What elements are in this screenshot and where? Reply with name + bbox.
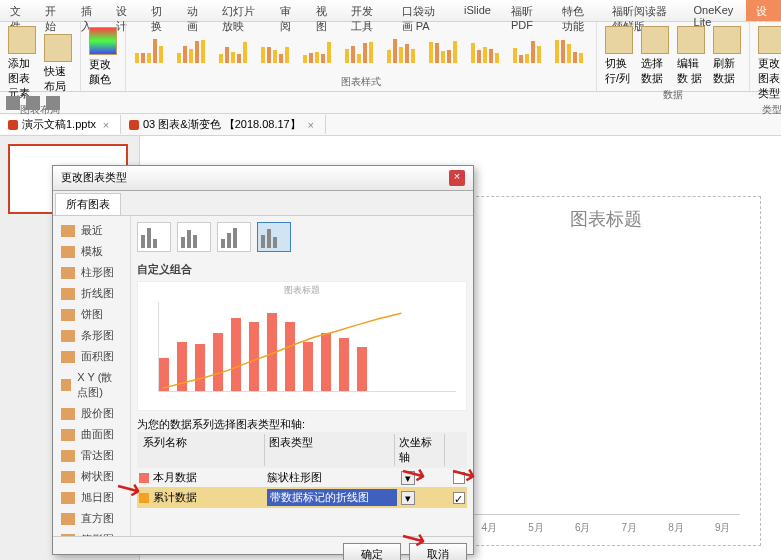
edit-data-button[interactable]: 编辑数 据 — [675, 24, 707, 88]
chart-type-item[interactable]: X Y (散点图) — [57, 367, 126, 403]
chart-style-option[interactable] — [300, 34, 338, 66]
select-data-button[interactable]: 选择数据 — [639, 24, 671, 88]
add-chart-element-button[interactable]: 添加图表 元素 — [6, 24, 38, 103]
chart-style-gallery[interactable] — [132, 24, 590, 75]
chart-style-option[interactable] — [258, 34, 296, 66]
menu-tab[interactable]: 口袋动画 PA — [392, 0, 454, 21]
menu-tab[interactable]: 福昕阅读器领鲜版 — [602, 0, 683, 21]
menu-tab[interactable]: 设计 — [746, 0, 781, 21]
menu-tab[interactable]: 审阅 — [270, 0, 305, 21]
chart-type-item[interactable]: 旭日图 — [57, 487, 126, 508]
redo-icon[interactable] — [46, 96, 60, 110]
chart-type-item[interactable]: 直方图 — [57, 508, 126, 529]
close-icon[interactable]: × — [100, 119, 112, 131]
chart-style-option[interactable] — [132, 34, 170, 66]
preview-title: 图表标题 — [138, 282, 466, 299]
secondary-axis-checkbox[interactable]: ✓ — [453, 492, 465, 504]
subtype-gallery — [137, 222, 467, 252]
chart-style-option[interactable] — [216, 34, 254, 66]
chart-type-list: 最近模板柱形图折线图饼图条形图面积图X Y (散点图)股价图曲面图雷达图树状图旭… — [53, 216, 131, 536]
document-tab[interactable]: 03 图表&渐变色 【2018.08.17】× — [121, 115, 326, 134]
menu-tab[interactable]: 设计 — [106, 0, 141, 21]
chart-object[interactable]: 图表标题 4月5月6月7月8月9月 — [451, 196, 761, 546]
menu-tab[interactable]: 开发工具 — [341, 0, 392, 21]
switch-row-col-button[interactable]: 切换行/列 — [603, 24, 635, 88]
series-header: 系列名称 图表类型 次坐标轴 — [137, 432, 467, 468]
group-label: 数据 — [603, 88, 743, 102]
subtype-option[interactable] — [177, 222, 211, 252]
chart-type-item[interactable]: 最近 — [57, 220, 126, 241]
undo-icon[interactable] — [26, 96, 40, 110]
menu-tab[interactable]: iSlide — [454, 0, 501, 21]
menu-tab[interactable]: 插入 — [71, 0, 106, 21]
chart-type-item[interactable]: 折线图 — [57, 283, 126, 304]
dialog-title-text: 更改图表类型 — [61, 170, 127, 186]
chart-type-item[interactable]: 模板 — [57, 241, 126, 262]
subtype-option[interactable] — [137, 222, 171, 252]
menu-tab[interactable]: 文件 — [0, 0, 35, 21]
save-icon[interactable] — [6, 96, 20, 110]
chart-type-item[interactable]: 曲面图 — [57, 424, 126, 445]
menu-tab[interactable]: 福昕PDF — [501, 0, 552, 21]
close-icon[interactable]: × — [449, 170, 465, 186]
close-icon[interactable]: × — [305, 119, 317, 131]
subtype-option[interactable] — [257, 222, 291, 252]
chart-type-item[interactable]: 条形图 — [57, 325, 126, 346]
series-row[interactable]: 本月数据簇状柱形图▾ — [137, 468, 467, 487]
chart-type-item[interactable]: 饼图 — [57, 304, 126, 325]
group-label: 类型 — [756, 103, 781, 117]
dialog-titlebar[interactable]: 更改图表类型 × — [53, 166, 473, 191]
menu-tab[interactable]: 切换 — [141, 0, 176, 21]
ribbon: 添加图表 元素 快速布局 图表布局 更改 颜色 图表样式 切换行/列 选择数据 … — [0, 22, 781, 92]
combo-preview: 图表标题 — [137, 281, 467, 411]
chart-style-option[interactable] — [468, 34, 506, 66]
chart-type-item[interactable]: 面积图 — [57, 346, 126, 367]
chart-style-option[interactable] — [510, 34, 548, 66]
menu-tab[interactable]: 特色功能 — [552, 0, 603, 21]
section-title: 自定义组合 — [137, 262, 467, 277]
chart-type-item[interactable]: 股价图 — [57, 403, 126, 424]
menu-tab[interactable]: 视图 — [306, 0, 341, 21]
secondary-axis-checkbox[interactable] — [453, 472, 465, 484]
chart-type-item[interactable]: 树状图 — [57, 466, 126, 487]
chart-style-option[interactable] — [384, 34, 422, 66]
chart-title: 图表标题 — [452, 197, 760, 241]
change-chart-type-button[interactable]: 更改 图表类型 — [756, 24, 781, 103]
group-label: 图表样式 — [132, 75, 590, 89]
chart-type-item[interactable]: 雷达图 — [57, 445, 126, 466]
refresh-data-button[interactable]: 刷新数据 — [711, 24, 743, 88]
subtype-option[interactable] — [217, 222, 251, 252]
menu-tab[interactable]: 开始 — [35, 0, 70, 21]
chart-type-item[interactable]: 箱形图 — [57, 529, 126, 536]
menu-tab[interactable]: 幻灯片放映 — [212, 0, 270, 21]
chevron-down-icon[interactable]: ▾ — [401, 471, 415, 485]
ok-button[interactable]: 确定 — [343, 543, 401, 560]
chart-style-option[interactable] — [552, 34, 590, 66]
chart-style-option[interactable] — [342, 34, 380, 66]
menu-tabs: 文件开始插入设计切换动画幻灯片放映审阅视图开发工具口袋动画 PAiSlide福昕… — [0, 0, 781, 22]
chart-style-option[interactable] — [174, 34, 212, 66]
menu-tab[interactable]: OneKey Lite — [684, 0, 746, 21]
change-colors-button[interactable]: 更改 颜色 — [87, 25, 119, 89]
menu-tab[interactable]: 动画 — [177, 0, 212, 21]
series-row[interactable]: 累计数据带数据标记的折线图▾✓ — [137, 487, 467, 508]
change-chart-type-dialog: 更改图表类型 × 所有图表 最近模板柱形图折线图饼图条形图面积图X Y (散点图… — [52, 165, 474, 555]
series-prompt: 为您的数据系列选择图表类型和轴: — [137, 417, 467, 432]
chart-type-item[interactable]: 柱形图 — [57, 262, 126, 283]
cancel-button[interactable]: 取消 — [409, 543, 467, 560]
quick-layout-button[interactable]: 快速布局 — [42, 32, 74, 96]
document-tabs: 演示文稿1.pptx×03 图表&渐变色 【2018.08.17】× — [0, 114, 781, 136]
chevron-down-icon[interactable]: ▾ — [401, 491, 415, 505]
document-tab[interactable]: 演示文稿1.pptx× — [0, 115, 121, 134]
chart-style-option[interactable] — [426, 34, 464, 66]
tab-all-charts[interactable]: 所有图表 — [55, 193, 121, 216]
